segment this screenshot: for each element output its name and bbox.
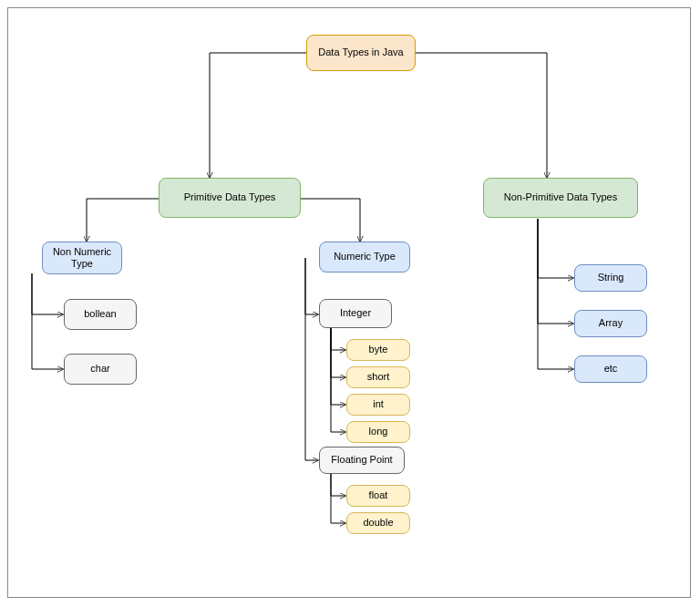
node-integer: Integer [319, 299, 392, 328]
node-array: Array [574, 310, 647, 337]
node-long: long [346, 421, 410, 443]
node-string: String [574, 264, 647, 292]
node-root: Data Types in Java [306, 35, 416, 71]
node-primitive: Primitive Data Types [159, 178, 301, 218]
node-numeric: Numeric Type [319, 242, 410, 273]
node-double: double [346, 512, 410, 534]
node-float: float [346, 485, 410, 507]
node-int: int [346, 394, 410, 416]
node-non-numeric: Non Numeric Type [42, 242, 122, 274]
node-boolean: bollean [64, 299, 137, 330]
node-char: char [64, 354, 137, 385]
node-short: short [346, 366, 410, 388]
node-etc: etc [574, 355, 647, 383]
node-byte: byte [346, 339, 410, 361]
node-non-primitive: Non-Primitive Data Types [483, 178, 638, 218]
node-floating: Floating Point [319, 447, 405, 474]
